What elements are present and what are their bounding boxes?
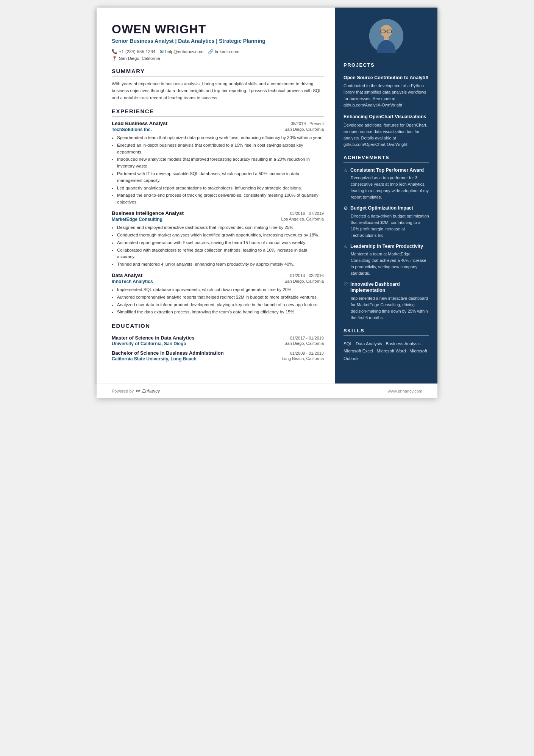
edu-1: Master of Science in Data Analytics 01/2… [112,335,324,346]
achievement-2-icon: ⚙ [344,205,348,211]
job-3-date: 01/2013 - 02/2016 [290,273,324,278]
projects-section: PROJECTS Open Source Contribution to Ana… [344,62,429,148]
achievement-2-desc: Directed a data-driven budget optimizati… [344,213,429,239]
edu-1-degree: Master of Science in Data Analytics [112,335,194,341]
project-1-desc: Contributed to the development of a Pyth… [344,83,429,108]
skills-section: SKILLS SQL · Data Analysis · Business An… [344,328,429,363]
achievement-2-title: Budget Optimization Impact [350,205,413,211]
bullet: Implemented SQL database improvements, w… [117,286,324,293]
svg-rect-5 [384,36,389,40]
bullet: Introduced new analytical models that im… [117,156,324,170]
project-2-desc: Developed additional features for OpenCh… [344,122,429,148]
experience-title: EXPERIENCE [112,108,324,117]
phone-icon: 📞 [112,49,117,54]
bullet: Partnered with IT to develop scalable SQ… [117,171,324,184]
bullet: Conducted thorough market analyses which… [117,232,324,239]
phone-item: 📞 +1-(234)-555-1234 [112,49,155,54]
project-1-title: Open Source Contribution to AnalytiX [344,75,429,81]
edu-2-school: California State University, Long Beach [112,356,197,362]
job-3-location: San Diego, California [284,279,324,284]
job-3-company: InnoTech Analytics [112,279,153,284]
achievement-1-icon: ☆ [344,167,348,173]
achievement-1: ☆ Consistent Top Performer Award Recogni… [344,167,429,200]
job-2-bullets: Designed and deployed interactive dashbo… [112,224,324,268]
edu-1-location: San Diego, California [284,341,324,346]
edu-2-date: 01/2009 - 01/2013 [290,351,324,355]
job-3-bullets: Implemented SQL database improvements, w… [112,286,324,316]
job-1-bullets: Spearheaded a team that optimized data p… [112,135,324,206]
job-3-title: Data Analyst [112,272,142,278]
bullet: Designed and deployed interactive dashbo… [117,224,324,231]
job-2-date: 03/2016 - 07/2019 [290,211,324,216]
achievement-3-title: Leadership in Team Productivity [350,243,423,249]
location-row: 📍 San Diego, California [112,56,324,61]
phone: +1-(234)-555-1234 [119,49,155,54]
summary-text: With years of experience in business ana… [112,80,324,101]
email: help@enhancv.com [165,49,203,54]
enhancv-brand-name: Enhancv [142,388,160,394]
achievement-3-desc: Mentored a team at MarketEdge Consulting… [344,251,429,277]
footer-brand: Powered by ∞ Enhancv [112,388,160,394]
summary-title: SUMMARY [112,68,324,77]
bullet: Managed the end-to-end process of tracki… [117,192,324,206]
achievement-3-icon: ☆ [344,244,348,249]
education-title: EDUCATION [112,322,324,331]
bullet: Simplified the data extraction process, … [117,309,324,316]
bullet: Collaborated with stakeholders to refine… [117,247,324,261]
achievement-4: ♡ Innovative Dashboard Implementation Im… [344,281,429,321]
edu-2: Bachelor of Science in Business Administ… [112,350,324,362]
achievement-4-desc: Implemented a new interactive dashboard … [344,295,429,321]
job-1: Lead Business Analyst 08/2019 - Present … [112,121,324,206]
bullet: Executed an in-depth business analysis t… [117,142,324,156]
email-icon: ✉ [160,49,164,54]
job-1-date: 08/2019 - Present [291,121,324,126]
experience-section: EXPERIENCE Lead Business Analyst 08/2019… [112,108,324,316]
bullet: Authored comprehensive analytic reports … [117,294,324,301]
project-1: Open Source Contribution to AnalytiX Con… [344,75,429,108]
name: OWEN WRIGHT [112,23,324,36]
linkedin-item: 🔗 linkedin.com [208,49,239,54]
linkedin: linkedin.com [215,49,239,54]
avatar-container [344,19,429,53]
edu-1-date: 01/2017 - 01/2019 [290,336,324,340]
edu-2-location: Long Beach, California [282,356,324,362]
edu-1-school: University of California, San Diego [112,341,186,346]
project-2-title: Enhancing OpenChart Visualizations [344,114,429,120]
achievement-3: ☆ Leadership in Team Productivity Mentor… [344,243,429,277]
job-2-title: Business Intelligence Analyst [112,210,184,216]
projects-title: PROJECTS [344,62,429,70]
footer-website: www.enhancv.com [388,389,422,393]
job-2-location: Los Angeles, California [281,217,324,222]
enhancv-logo-icon: ∞ [136,388,140,394]
bullet: Spearheaded a team that optimized data p… [117,135,324,141]
job-1-title: Lead Business Analyst [112,121,167,126]
right-column: PROJECTS Open Source Contribution to Ana… [335,8,437,383]
summary-section: SUMMARY With years of experience in busi… [112,68,324,101]
contact-row: 📞 +1-(234)-555-1234 ✉ help@enhancv.com 🔗… [112,49,324,54]
powered-by: Powered by [112,389,134,393]
job-1-company: TechSolutions Inc. [112,127,152,132]
project-2: Enhancing OpenChart Visualizations Devel… [344,114,429,147]
education-section: EDUCATION Master of Science in Data Anal… [112,322,324,362]
bullet: Trained and mentored 4 junior analysts, … [117,261,324,268]
job-2: Business Intelligence Analyst 03/2016 - … [112,210,324,268]
bullet: Analyzed user data to inform product dev… [117,302,324,308]
title: Senior Business Analyst | Data Analytics… [112,38,324,45]
achievement-1-desc: Recognized as a top performer for 3 cons… [344,175,429,200]
bullet: Led quarterly analytical report presenta… [117,185,324,192]
job-1-location: San Diego, California [284,127,324,132]
footer: Powered by ∞ Enhancv www.enhancv.com [97,383,437,398]
skills-title: SKILLS [344,328,429,336]
email-item: ✉ help@enhancv.com [160,49,203,54]
job-3: Data Analyst 01/2013 - 02/2016 InnoTech … [112,272,324,316]
job-2-company: MarketEdge Consulting [112,217,162,222]
svg-point-1 [380,25,392,37]
achievements-section: ACHIEVEMENTS ☆ Consistent Top Performer … [344,155,429,321]
bullet: Automated report generation with Excel m… [117,239,324,246]
edu-2-degree: Bachelor of Science in Business Administ… [112,350,224,356]
achievement-1-title: Consistent Top Performer Award [350,167,424,173]
achievement-2: ⚙ Budget Optimization Impact Directed a … [344,205,429,238]
avatar [369,19,403,53]
skills-text: SQL · Data Analysis · Business Analysis … [344,340,429,363]
link-icon: 🔗 [208,49,214,54]
